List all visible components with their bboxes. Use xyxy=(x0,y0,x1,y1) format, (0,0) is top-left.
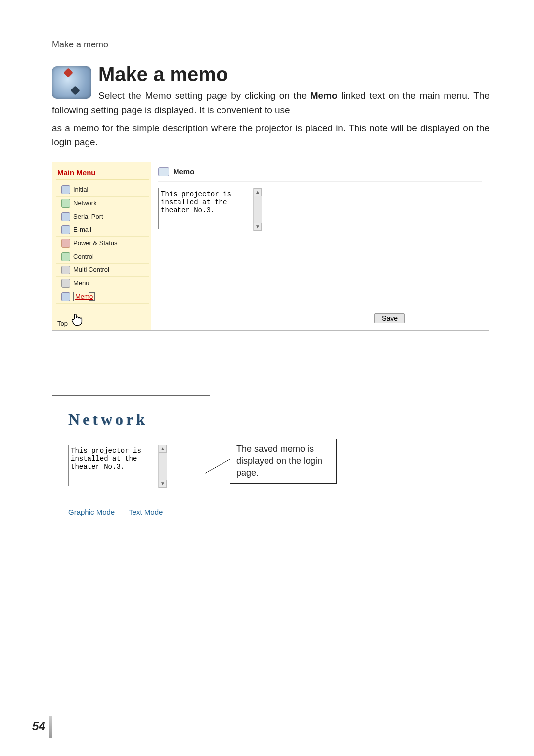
sidebar-item-memo[interactable]: Memo xyxy=(56,290,149,304)
memo-icon xyxy=(61,292,70,301)
hero-icon xyxy=(52,66,91,99)
sidebar-item-email[interactable]: E-mail xyxy=(56,223,149,237)
page-number-bar xyxy=(49,716,52,738)
text-mode-link[interactable]: Text Mode xyxy=(129,508,163,516)
intro-paragraph-2: as a memo for the simple description whe… xyxy=(52,121,490,150)
sidebar-items: Initial Network Serial Port E-mail Power… xyxy=(56,183,149,311)
power-icon xyxy=(61,239,70,248)
content-header-label: Memo xyxy=(173,167,194,176)
settings-screenshot: Main Menu Initial Network Serial Port E-… xyxy=(52,162,490,331)
intro-paragraph-1: Select the Memo setting page by clicking… xyxy=(52,89,490,118)
sidebar-item-label: Serial Port xyxy=(73,213,103,220)
memo-textarea[interactable] xyxy=(158,188,262,229)
sidebar-item-label: Menu xyxy=(73,279,89,287)
sidebar-item-initial[interactable]: Initial xyxy=(56,183,149,197)
globe-icon xyxy=(61,199,70,208)
scroll-down-icon[interactable]: ▼ xyxy=(254,223,262,231)
sidebar-item-label: Multi Control xyxy=(73,266,109,273)
control-icon xyxy=(61,252,70,261)
sidebar-item-power-status[interactable]: Power & Status xyxy=(56,237,149,250)
graphic-mode-link[interactable]: Graphic Mode xyxy=(68,508,115,516)
login-screenshot: Network ▲ ▼ Graphic Mode Text Mode xyxy=(52,395,210,536)
login-memo-textarea[interactable] xyxy=(68,445,167,486)
multi-icon xyxy=(61,266,70,274)
intro-text-a: Select the Memo setting page by clicking… xyxy=(98,90,311,101)
sidebar-item-serial-port[interactable]: Serial Port xyxy=(56,210,149,223)
scrollbar[interactable]: ▲ ▼ xyxy=(253,188,262,231)
sidebar-item-label: Memo xyxy=(73,292,95,301)
page-title: Make a memo xyxy=(52,63,490,86)
login-memo-wrap: ▲ ▼ xyxy=(68,445,167,488)
port-icon xyxy=(61,212,70,221)
sidebar-item-label: Control xyxy=(73,253,94,260)
sidebar-item-label: E-mail xyxy=(73,226,91,233)
running-head: Make a memo xyxy=(52,40,490,50)
hand-cursor-icon xyxy=(70,311,85,327)
sidebar-item-network[interactable]: Network xyxy=(56,197,149,210)
sidebar-header: Main Menu xyxy=(56,167,149,180)
content-header: Memo xyxy=(158,167,482,182)
sidebar-item-label: Initial xyxy=(73,186,88,193)
header-rule xyxy=(52,52,490,52)
mail-icon xyxy=(61,225,70,234)
scroll-down-icon[interactable]: ▼ xyxy=(159,480,167,488)
top-link[interactable]: Top xyxy=(57,320,68,327)
save-button[interactable]: Save xyxy=(374,313,405,323)
sidebar-item-control[interactable]: Control xyxy=(56,250,149,264)
sidebar-item-label: Network xyxy=(73,199,97,207)
page-number: 54 xyxy=(32,719,45,733)
sidebar: Main Menu Initial Network Serial Port E-… xyxy=(52,162,151,330)
network-logo: Network xyxy=(68,410,195,429)
sidebar-item-label: Power & Status xyxy=(73,239,118,247)
memo-textarea-wrap: ▲ ▼ xyxy=(158,188,262,231)
sidebar-footer: Top xyxy=(56,311,149,327)
sidebar-item-multi-control[interactable]: Multi Control xyxy=(56,264,149,277)
menu-icon xyxy=(61,279,70,288)
page-icon xyxy=(61,185,70,194)
scroll-up-icon[interactable]: ▲ xyxy=(159,445,167,453)
content-pane: Memo ▲ ▼ Save xyxy=(151,162,489,330)
mode-links: Graphic Mode Text Mode xyxy=(68,508,195,516)
callout-box: The saved memo is displayed on the login… xyxy=(230,439,337,484)
scrollbar[interactable]: ▲ ▼ xyxy=(158,445,167,488)
scroll-up-icon[interactable]: ▲ xyxy=(254,188,262,196)
intro-memo-emphasis: Memo xyxy=(311,90,338,101)
memo-header-icon xyxy=(158,167,169,176)
sidebar-item-menu[interactable]: Menu xyxy=(56,277,149,290)
